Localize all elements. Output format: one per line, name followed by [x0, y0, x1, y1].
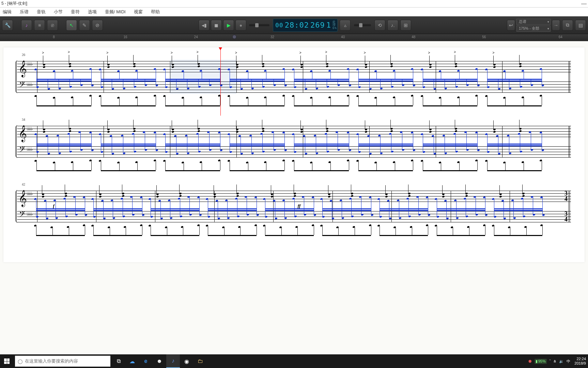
edge-icon[interactable]: e	[139, 354, 153, 368]
tool-pencil-button[interactable]: ✎	[79, 20, 90, 31]
transport: ◂▮ ◼ ▶ ●	[199, 20, 271, 31]
menu-help[interactable]: 帮助	[151, 9, 160, 15]
toolbar: 🔧 ♪ ≡ ⎚ ↖ ✎ ⊘ ◂▮ ◼ ▶ ● 00 28:02 269 1 处理…	[0, 16, 588, 34]
key-signature: ♭♭♭♭	[27, 146, 32, 152]
task-view-button[interactable]: ⧉	[112, 354, 125, 368]
ruler-tick: 56	[482, 35, 486, 39]
window-title: 5 - [钢琴-仗剑]	[1, 1, 27, 6]
ruler-tick: 40	[341, 35, 345, 39]
nav-fwd-button[interactable]: →	[552, 20, 560, 31]
media-app-icon[interactable]: ◉	[180, 354, 194, 368]
copy-button[interactable]: ⧉	[562, 20, 573, 31]
staff-system[interactable]: 34𝄞𝄢♭♭♭♭♭♭♭♭	[17, 122, 571, 170]
clock-time: 22:24	[574, 357, 586, 361]
tool-note-button[interactable]: ♪	[21, 20, 32, 31]
score-viewport[interactable]: 26𝄞𝄢♭♭♭♭♭♭♭♭>>>>>>>>>>>>34𝄞𝄢♭♭♭♭♭♭♭♭42𝄞𝄢…	[0, 41, 588, 354]
tempo-slider[interactable]	[249, 24, 269, 26]
ime-indicator[interactable]: 中	[567, 359, 570, 364]
ruler-tick: 32	[270, 35, 274, 39]
ruler-tick: 8	[53, 35, 55, 39]
loop-button[interactable]: ⟲	[374, 20, 385, 31]
volume-slider[interactable]	[354, 24, 371, 26]
menu-bar: 编辑 乐谱 音轨 小节 音符 选项 音频/ MIDI 视窗 帮助	[0, 8, 588, 16]
key-signature: ♭♭♭♭	[27, 61, 32, 67]
ruler-tick: 24	[194, 35, 198, 39]
menu-options[interactable]: 选项	[88, 9, 97, 15]
menu-audio-midi[interactable]: 音频/ MIDI	[105, 9, 126, 15]
windows-taskbar: ◯ 在这里输入你要搜索的内容 ⧉ ☁ e ☻ ♪ ◉ 🗀 ⬢ ▮95% ˆ ⋔ …	[0, 354, 588, 368]
menu-measure[interactable]: 小节	[54, 9, 63, 15]
counter-beats: 28:02	[285, 21, 309, 29]
notes[interactable]: >>>>>>>>>>>>	[33, 58, 570, 105]
counter-bars: 00	[275, 21, 283, 29]
tool-list-button[interactable]: ≡	[34, 20, 45, 31]
windows-logo-icon	[4, 358, 10, 364]
score-paper: 26𝄞𝄢♭♭♭♭♭♭♭♭>>>>>>>>>>>>34𝄞𝄢♭♭♭♭♭♭♭♭42𝄞𝄢…	[3, 47, 585, 262]
start-button[interactable]	[0, 354, 14, 368]
menu-score[interactable]: 乐谱	[20, 9, 29, 15]
zoom-dropdown[interactable]: 175% - 全部	[516, 26, 551, 32]
metronome-button[interactable]: ▵	[340, 20, 351, 31]
baidu-netdisk-icon[interactable]: ☁	[125, 354, 139, 368]
ruler-playhead[interactable]	[232, 35, 236, 39]
tool-wrench-button[interactable]: 🔧	[2, 20, 13, 31]
menu-edit[interactable]: 编辑	[3, 9, 12, 15]
menu-window[interactable]: 视窗	[134, 9, 143, 15]
key-signature: ♭♭♭♭	[27, 126, 32, 132]
ruler-tick: 48	[412, 35, 415, 39]
app-icon-1[interactable]: ☻	[153, 354, 166, 368]
key-signature: ♭♭♭♭	[27, 211, 32, 217]
system-tray[interactable]: ⬢ ▮95% ˆ ⋔ 🔉 中	[526, 359, 573, 364]
counter-ticks: 269	[310, 21, 325, 29]
clock-date: 2018/9	[574, 361, 586, 366]
ruler-tick: 16	[123, 35, 127, 39]
tool-mixer-button[interactable]: ⎚	[47, 20, 58, 31]
staff-system[interactable]: 42𝄞𝄢♭♭♭♭♭♭♭♭3434fff	[17, 187, 571, 235]
panel-button[interactable]: ▤	[575, 20, 586, 31]
menu-track[interactable]: 音轨	[37, 9, 46, 15]
tool-pointer-button[interactable]: ↖	[66, 20, 77, 31]
title-bar: 5 - [钢琴-仗剑] —	[0, 0, 588, 8]
time-counter[interactable]: 00 28:02 269 1 处理6%	[273, 19, 338, 32]
measure-number: 26	[22, 53, 25, 57]
tray-network-icon[interactable]: ⋔	[553, 359, 556, 364]
stop-button[interactable]: ◼	[211, 20, 222, 31]
tray-volume-icon[interactable]: 🔉	[559, 359, 564, 364]
ruler-tick: 64	[559, 35, 562, 39]
search-placeholder: 在这里输入你要搜索的内容	[25, 358, 78, 364]
taskbar-clock[interactable]: 22:24 2018/9	[572, 357, 588, 366]
timeline-ruler[interactable]: 8 16 24 32 40 48 56 64	[0, 34, 588, 41]
prev-button[interactable]: ◂▮	[199, 20, 210, 31]
swing-button[interactable]: ♪.	[387, 20, 398, 31]
counter-extra: 1	[326, 21, 331, 29]
measure-number: 34	[22, 118, 25, 121]
score-view-dropdown[interactable]: 总谱	[516, 19, 551, 25]
notation-app-icon[interactable]: ♪	[166, 354, 180, 368]
notes[interactable]	[33, 122, 570, 170]
nav-back-button[interactable]: ↩	[507, 20, 515, 31]
tray-chevron-icon[interactable]: ˆ	[550, 359, 551, 363]
search-icon: ◯	[18, 359, 23, 364]
play-button[interactable]: ▶	[223, 20, 234, 31]
explorer-icon[interactable]: 🗀	[194, 354, 207, 368]
key-signature: ♭♭♭♭	[27, 191, 32, 196]
tool-erase-button[interactable]: ⊘	[92, 20, 103, 31]
measure-number: 42	[22, 182, 25, 186]
taskbar-search[interactable]: ◯ 在这里输入你要搜索的内容	[15, 356, 110, 367]
tray-security-icon[interactable]: ⬢	[528, 359, 532, 364]
key-signature: ♭♭♭♭	[27, 82, 32, 87]
menu-note[interactable]: 音符	[71, 9, 80, 15]
notes[interactable]	[33, 187, 570, 235]
record-button[interactable]: ●	[235, 20, 246, 31]
staff-system[interactable]: 26𝄞𝄢♭♭♭♭♭♭♭♭>>>>>>>>>>>>	[17, 58, 571, 105]
grid-button[interactable]: ⊞	[400, 20, 411, 31]
counter-cpu: 处理6%	[332, 20, 337, 30]
minimize-button[interactable]: —	[581, 1, 587, 7]
battery-indicator[interactable]: ▮95%	[535, 359, 547, 364]
